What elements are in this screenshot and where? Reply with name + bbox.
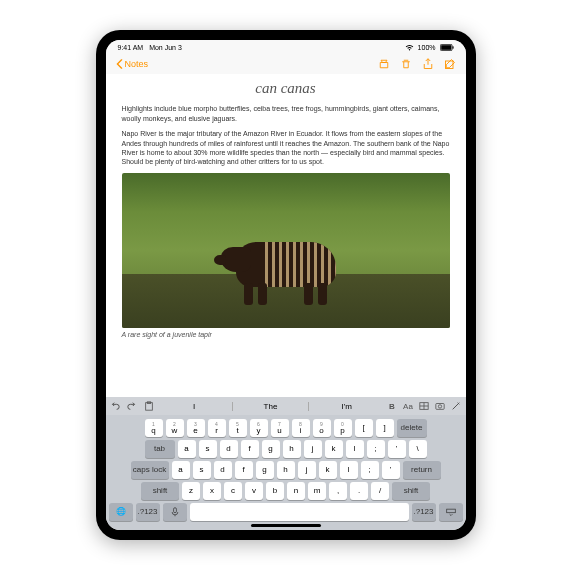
textsize-icon[interactable]: Aa: [403, 401, 414, 412]
key-w[interactable]: 2w: [166, 419, 184, 437]
ipad-device: 9:41 AM Mon Jun 3 100% Notes: [96, 30, 476, 540]
key-return[interactable]: return: [403, 461, 441, 479]
key-p[interactable]: 0p: [334, 419, 352, 437]
status-right: 100%: [405, 44, 454, 51]
key-][interactable]: ]: [376, 419, 394, 437]
key-j[interactable]: j: [304, 440, 322, 458]
svg-rect-9: [173, 508, 176, 513]
status-left: 9:41 AM Mon Jun 3: [118, 44, 182, 51]
key-l[interactable]: l: [346, 440, 364, 458]
key-d[interactable]: d: [214, 461, 232, 479]
key-numeric-left[interactable]: .?123: [136, 503, 160, 521]
key-;[interactable]: ;: [367, 440, 385, 458]
key-hide-keyboard[interactable]: [439, 503, 463, 521]
key-y[interactable]: 6y: [250, 419, 268, 437]
attachment-icon[interactable]: [378, 58, 390, 70]
key-d[interactable]: d: [220, 440, 238, 458]
clipboard-icon[interactable]: [144, 401, 155, 412]
keyboard-suggestion-bar: I The I'm B Aa: [106, 397, 466, 415]
key-t[interactable]: 5t: [229, 419, 247, 437]
note-title: can canas: [122, 78, 450, 98]
key-apostrophe[interactable]: ': [382, 461, 400, 479]
key-z[interactable]: z: [182, 482, 200, 500]
key-k[interactable]: k: [325, 440, 343, 458]
key-s[interactable]: s: [193, 461, 211, 479]
back-button[interactable]: Notes: [116, 59, 149, 69]
note-paragraph-2: Napo River is the major tributary of the…: [122, 129, 450, 167]
key-mic[interactable]: [163, 503, 187, 521]
key-shift-left[interactable]: shift: [141, 482, 179, 500]
key-c[interactable]: c: [224, 482, 242, 500]
key-v[interactable]: v: [245, 482, 263, 500]
suggestion-3[interactable]: I'm: [308, 402, 384, 411]
key-[[interactable]: [: [355, 419, 373, 437]
key-h[interactable]: h: [277, 461, 295, 479]
key-e[interactable]: 3e: [187, 419, 205, 437]
nav-actions: [378, 58, 456, 70]
suggestion-1[interactable]: I: [157, 402, 232, 411]
svg-rect-10: [446, 509, 455, 513]
key-space[interactable]: [190, 503, 409, 521]
svg-rect-1: [441, 45, 451, 50]
key-\[interactable]: \: [409, 440, 427, 458]
key-n[interactable]: n: [287, 482, 305, 500]
suggestion-2[interactable]: The: [232, 402, 308, 411]
nav-bar: Notes: [106, 54, 466, 74]
compose-icon[interactable]: [444, 58, 456, 70]
back-label: Notes: [125, 59, 149, 69]
undo-group: [110, 401, 155, 412]
battery-label: 100%: [418, 44, 436, 51]
key-q[interactable]: 1q: [145, 419, 163, 437]
key-b[interactable]: b: [266, 482, 284, 500]
screen: 9:41 AM Mon Jun 3 100% Notes: [106, 40, 466, 530]
key-,[interactable]: ,: [329, 482, 347, 500]
svg-point-8: [438, 405, 441, 408]
key-k[interactable]: k: [319, 461, 337, 479]
key-g[interactable]: g: [256, 461, 274, 479]
battery-icon: [440, 44, 454, 51]
status-date: Mon Jun 3: [149, 44, 182, 51]
key-delete[interactable]: delete: [397, 419, 427, 437]
key-h[interactable]: h: [283, 440, 301, 458]
key-x[interactable]: x: [203, 482, 221, 500]
share-icon[interactable]: [422, 58, 434, 70]
key-/[interactable]: /: [371, 482, 389, 500]
key-capslock[interactable]: caps lock: [131, 461, 169, 479]
key-o[interactable]: 9o: [313, 419, 331, 437]
key-u[interactable]: 7u: [271, 419, 289, 437]
key-j[interactable]: j: [298, 461, 316, 479]
key-shift-right[interactable]: shift: [392, 482, 430, 500]
note-paragraph-1: Highlights include blue morpho butterfli…: [122, 104, 450, 123]
key-globe[interactable]: 🌐: [109, 503, 133, 521]
key-numeric-right[interactable]: .?123: [412, 503, 436, 521]
key-'[interactable]: ': [388, 440, 406, 458]
key-f[interactable]: f: [241, 440, 259, 458]
key-s[interactable]: s: [199, 440, 217, 458]
markup-icon[interactable]: [451, 401, 462, 412]
note-content[interactable]: can canas Highlights include blue morpho…: [106, 74, 466, 397]
key-g[interactable]: g: [262, 440, 280, 458]
camera-icon[interactable]: [435, 401, 446, 412]
wifi-icon: [405, 44, 414, 51]
key-a[interactable]: a: [172, 461, 190, 479]
key-a[interactable]: a: [178, 440, 196, 458]
trash-icon[interactable]: [400, 58, 412, 70]
redo-icon[interactable]: [127, 401, 138, 412]
key-m[interactable]: m: [308, 482, 326, 500]
key-.[interactable]: .: [350, 482, 368, 500]
key-semicolon[interactable]: ;: [361, 461, 379, 479]
table-icon[interactable]: [419, 401, 430, 412]
key-r[interactable]: 4r: [208, 419, 226, 437]
key-i[interactable]: 8i: [292, 419, 310, 437]
image-caption: A rare sight of a juvenile tapir: [122, 330, 450, 339]
suggestion-words: I The I'm: [157, 402, 385, 411]
key-l[interactable]: l: [340, 461, 358, 479]
undo-icon[interactable]: [110, 401, 121, 412]
bold-icon[interactable]: B: [387, 401, 398, 412]
key-tab[interactable]: tab: [145, 440, 175, 458]
status-time: 9:41 AM: [118, 44, 144, 51]
note-image[interactable]: [122, 173, 450, 328]
home-indicator[interactable]: [251, 524, 321, 527]
status-bar: 9:41 AM Mon Jun 3 100%: [106, 40, 466, 54]
key-f[interactable]: f: [235, 461, 253, 479]
